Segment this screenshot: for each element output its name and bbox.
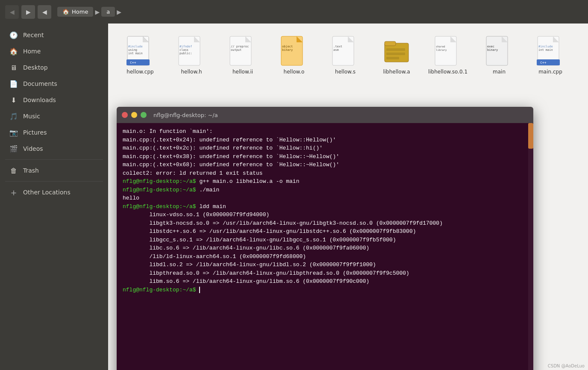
desktop-icon: 🖥 bbox=[9, 63, 18, 72]
terminal-close-button[interactable] bbox=[122, 112, 128, 118]
back-button[interactable]: ◀ bbox=[5, 5, 19, 19]
sidebar-item-downloads[interactable]: ⬇ Downloads bbox=[3, 92, 106, 108]
term-line: /lib/ld-linux-aarch64.so.1 (0x0000007f9f… bbox=[123, 253, 527, 261]
sidebar-item-pictures-label: Pictures bbox=[23, 129, 47, 136]
sidebar-item-music[interactable]: 🎵 Music bbox=[3, 109, 106, 124]
file-icon-hellow-cpp: #include using int main c++ bbox=[126, 35, 154, 66]
recent-icon: 🕐 bbox=[9, 31, 18, 39]
file-item-main[interactable]: exec binary main bbox=[476, 32, 523, 78]
sidebar-item-desktop[interactable]: 🖥 Desktop bbox=[3, 60, 106, 75]
file-item-libhellow-so[interactable]: shared library libhellow.so.0.1 bbox=[424, 32, 471, 78]
breadcrumb-arrow2: ▶ bbox=[117, 9, 121, 15]
term-line: nflg@nflg-desktop:~/a$ g++ main.o libhel… bbox=[123, 177, 527, 186]
forward-button[interactable]: ▶ bbox=[21, 5, 35, 19]
sidebar-item-recent[interactable]: 🕐 Recent bbox=[3, 27, 106, 43]
terminal-window: nflg@nflg-desktop: ~/a main.o: In functi… bbox=[117, 107, 533, 370]
svg-rect-28 bbox=[386, 48, 405, 51]
music-icon: 🎵 bbox=[9, 112, 18, 120]
sidebar-item-videos-label: Videos bbox=[23, 145, 43, 152]
svg-text:#include: #include bbox=[128, 45, 143, 48]
file-name-libhellow-so: libhellow.so.0.1 bbox=[428, 69, 467, 75]
terminal-maximize-button[interactable] bbox=[141, 112, 147, 118]
breadcrumb-a[interactable]: a bbox=[101, 7, 115, 17]
videos-icon: 🎬 bbox=[9, 144, 18, 153]
file-icon-hellow-s: .text asm bbox=[332, 35, 359, 66]
file-name-main-cpp: main.cpp bbox=[538, 69, 562, 75]
terminal-scrollbar-thumb[interactable] bbox=[528, 123, 533, 149]
svg-rect-27 bbox=[385, 41, 396, 46]
file-item-hellow-o[interactable]: object binary hellow.o bbox=[270, 32, 318, 78]
file-item-hellow-h[interactable]: #ifndef class public: hellow.h bbox=[168, 32, 215, 78]
term-line: main.cpp:(.text+0x68): undefined referen… bbox=[123, 161, 527, 169]
term-line: nflg@nflg-desktop:~/a$ ldd main bbox=[123, 203, 527, 211]
file-icon-hellow-h: #ifndef class public: bbox=[178, 35, 205, 66]
term-line: libpthread.so.0 => /lib/aarch64-linux-gn… bbox=[123, 269, 527, 278]
svg-text:public:: public: bbox=[179, 52, 192, 55]
breadcrumb-home-label: Home bbox=[72, 9, 88, 15]
file-item-libhellow-a[interactable]: libhellow.a bbox=[373, 32, 420, 78]
terminal-body[interactable]: main.o: In function `main': main.cpp:(.t… bbox=[117, 123, 533, 370]
sidebar-other-locations[interactable]: + Other Locations bbox=[3, 185, 106, 200]
sidebar-divider bbox=[5, 159, 103, 160]
term-line: main.o: In function `main': bbox=[123, 127, 527, 136]
file-name-hellow-h: hellow.h bbox=[181, 69, 202, 75]
breadcrumb: 🏠 Home ▶ a ▶ bbox=[57, 7, 121, 17]
file-icon-hellow-o: object binary bbox=[280, 35, 308, 66]
up-button[interactable]: ◀ bbox=[38, 5, 51, 19]
svg-text:asm: asm bbox=[333, 48, 339, 52]
top-bar: ◀ ▶ ◀ 🏠 Home ▶ a ▶ bbox=[0, 0, 588, 23]
term-line: nflg@nflg-desktop:~/a$ bbox=[123, 286, 527, 294]
term-line: libgcc_s.so.1 => /lib/aarch64-linux-gnu/… bbox=[123, 236, 527, 244]
breadcrumb-arrow: ▶ bbox=[95, 9, 100, 15]
svg-text:exec: exec bbox=[487, 45, 494, 48]
documents-icon: 📄 bbox=[9, 79, 18, 88]
file-name-main: main bbox=[493, 69, 506, 75]
sidebar-item-pictures[interactable]: 📷 Pictures bbox=[3, 125, 106, 140]
sidebar-item-downloads-label: Downloads bbox=[23, 97, 56, 103]
sidebar-item-videos[interactable]: 🎬 Videos bbox=[3, 141, 106, 156]
term-line: libstdc++.so.6 => /usr/lib/aarch64-linux… bbox=[123, 227, 527, 236]
terminal-title: nflg@nflg-desktop: ~/a bbox=[153, 112, 218, 118]
term-line: libgtk3-nocsd.so.0 => /usr/lib/aarch64-l… bbox=[123, 219, 527, 228]
svg-text:c++: c++ bbox=[130, 61, 136, 65]
svg-text:c++: c++ bbox=[540, 61, 547, 65]
terminal-minimize-button[interactable] bbox=[131, 112, 137, 118]
file-area: #include using int main c++ hellow.cpp #… bbox=[108, 23, 588, 370]
file-item-hellow-s[interactable]: .text asm hellow.s bbox=[322, 32, 369, 78]
svg-text:#include: #include bbox=[538, 45, 553, 48]
sidebar-item-recent-label: Recent bbox=[23, 32, 44, 38]
file-icon-libhellow-a bbox=[383, 35, 410, 66]
term-line: main.cpp:(.text+0x2c): undefined referen… bbox=[123, 144, 527, 153]
svg-text:output: output bbox=[231, 48, 241, 52]
sidebar-item-trash[interactable]: 🗑 Trash bbox=[3, 163, 106, 178]
file-name-hellow-ii: hellow.ii bbox=[232, 69, 253, 75]
sidebar-item-documents[interactable]: 📄 Documents bbox=[3, 76, 106, 91]
sidebar-other-locations-label: Other Locations bbox=[23, 189, 71, 196]
svg-text:library: library bbox=[436, 48, 447, 52]
svg-text:int main: int main bbox=[128, 52, 143, 55]
terminal-scrollbar[interactable] bbox=[528, 123, 533, 370]
svg-text:.text: .text bbox=[333, 45, 342, 48]
file-name-hellow-o: hellow.o bbox=[284, 69, 305, 75]
term-line: main.cpp:(.text+0x38): undefined referen… bbox=[123, 153, 527, 161]
file-icon-hellow-ii: // preproc output bbox=[229, 35, 256, 66]
term-line: linux-vdso.so.1 (0x0000007f9fd94000) bbox=[123, 211, 527, 219]
main-layout: 🕐 Recent 🏠 Home 🖥 Desktop 📄 Documents ⬇ … bbox=[0, 23, 588, 370]
file-name-hellow-cpp: hellow.cpp bbox=[126, 69, 153, 75]
sidebar-item-home[interactable]: 🏠 Home bbox=[3, 44, 106, 59]
svg-text:int main: int main bbox=[538, 48, 553, 52]
home-icon: 🏠 bbox=[62, 9, 69, 15]
file-name-hellow-s: hellow.s bbox=[335, 69, 356, 75]
file-grid: #include using int main c++ hellow.cpp #… bbox=[108, 23, 588, 115]
trash-icon: 🗑 bbox=[9, 166, 18, 175]
term-line: collect2: error: ld returned 1 exit stat… bbox=[123, 169, 527, 178]
breadcrumb-home[interactable]: 🏠 Home bbox=[57, 7, 93, 17]
file-icon-libhellow-so: shared library bbox=[434, 35, 462, 66]
file-item-hellow-cpp[interactable]: #include using int main c++ hellow.cpp bbox=[117, 32, 164, 78]
term-line: libc.so.6 => /lib/aarch64-linux-gnu/libc… bbox=[123, 244, 527, 253]
term-line: libm.so.6 => /lib/aarch64-linux-gnu/libm… bbox=[123, 277, 527, 286]
sidebar-item-home-label: Home bbox=[23, 48, 41, 55]
file-icon-main: exec binary bbox=[485, 35, 513, 66]
file-item-hellow-ii[interactable]: // preproc output hellow.ii bbox=[219, 32, 266, 78]
file-item-main-cpp[interactable]: #include int main c++ main.cpp bbox=[527, 32, 574, 78]
